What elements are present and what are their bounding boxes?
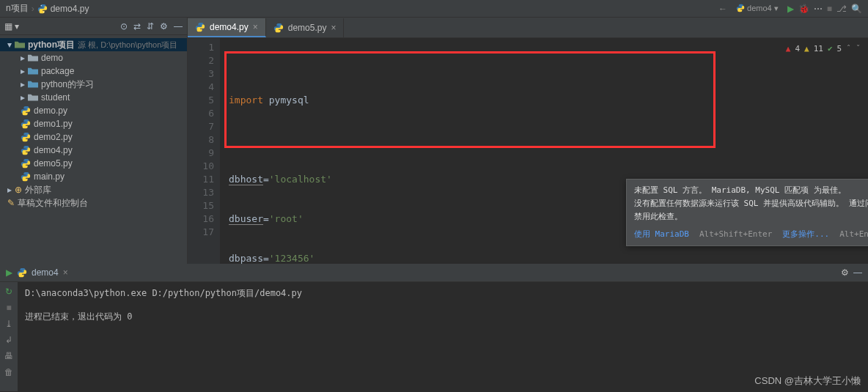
debug-icon[interactable]: 🐞 xyxy=(798,4,809,14)
inspection-popup: ⋮ 未配置 SQL 方言。 MariaDB, MySQL 匹配项 为最佳。 没有… xyxy=(626,179,868,246)
console-exit: 进程已结束，退出代码为 0 xyxy=(25,310,861,323)
breadcrumb-item[interactable]: n项目 xyxy=(6,2,29,15)
rerun-icon[interactable]: ↻ xyxy=(5,286,12,297)
console-output[interactable]: D:\anaconda3\python.exe D:/python/python… xyxy=(18,282,868,391)
print-icon[interactable]: 🖶 xyxy=(4,351,13,361)
editor-tabs: demo4.py×demo5.py× xyxy=(188,18,868,38)
run-toolbar: ↻ ■ ⤓ ↲ 🖶 🗑 xyxy=(0,282,18,391)
tree-root-name: python项目 xyxy=(28,39,75,51)
tree-item[interactable]: ▸ demo xyxy=(0,51,187,64)
expand-icon[interactable]: ⇄ xyxy=(133,21,141,32)
tree-scratches[interactable]: ✎ 草稿文件和控制台 xyxy=(0,196,187,210)
tree-item[interactable]: ▸ package xyxy=(0,64,187,78)
trash-icon[interactable]: 🗑 xyxy=(4,367,13,377)
watermark: CSDN @吉林大学王小懒 xyxy=(754,374,861,388)
tree-item[interactable]: demo1.py xyxy=(0,117,187,130)
run-panel: ↻ ■ ⤓ ↲ 🖶 🗑 D:\anaconda3\python.exe D:/p… xyxy=(0,281,868,391)
tree-item[interactable]: demo4.py xyxy=(0,144,187,157)
sidebar-toolbar: ▦ ▾ ⊙ ⇄ ⇵ ⚙ — xyxy=(0,18,187,35)
tree-external-libs[interactable]: ▸ ⊕ 外部库 xyxy=(0,183,187,196)
editor-tab[interactable]: demo4.py× xyxy=(188,18,266,37)
tree-item[interactable]: ▸ python的学习 xyxy=(0,78,187,91)
breadcrumb-sep: › xyxy=(32,4,34,14)
stop-icon[interactable]: ■ xyxy=(827,4,832,14)
back-icon[interactable]: ← xyxy=(718,4,727,14)
search-icon[interactable]: 🔍 xyxy=(851,4,862,14)
collapse-icon[interactable]: ⇵ xyxy=(147,21,154,32)
soft-wrap-icon[interactable]: ↲ xyxy=(5,335,12,345)
git-icon[interactable]: ⎇ xyxy=(836,4,847,14)
run-tab-label[interactable]: demo4 xyxy=(32,267,59,278)
code-editor[interactable]: 123456789101113151617 ▲4 ▲11 ✔5 ˆ ˇ impo… xyxy=(188,38,868,264)
hint-shortcut-2: Alt+Enter xyxy=(839,228,868,241)
run-hide-icon[interactable]: — xyxy=(853,267,862,278)
editor-area: demo4.py×demo5.py× 123456789101113151617… xyxy=(188,18,868,264)
folder-icon xyxy=(15,40,25,49)
more-run-icon[interactable]: ⋯ xyxy=(814,4,823,14)
breadcrumb: n项目 › demo4.py xyxy=(6,2,89,15)
hint-action-more[interactable]: 更多操作... xyxy=(782,228,829,241)
run-play-icon[interactable]: ▶ xyxy=(6,267,12,278)
run-icon[interactable]: ▶ xyxy=(787,4,794,14)
project-tree[interactable]: ▾ python项目 源 根, D:\python\python项目 ▸ dem… xyxy=(0,35,187,264)
svg-point-0 xyxy=(40,5,41,6)
stop-icon[interactable]: ■ xyxy=(6,303,11,313)
tree-item[interactable]: demo.py xyxy=(0,104,187,117)
tree-root-meta: 源 根, D:\python\python项目 xyxy=(78,40,177,51)
close-icon[interactable]: × xyxy=(253,22,258,32)
line-gutter: 123456789101113151617 xyxy=(188,38,220,264)
hint-message-2: 没有配置任何数据源来运行该 SQL 并提供高级代码辅助。 通过问题菜单 (Alt… xyxy=(634,197,868,223)
hint-action-use-mariadb[interactable]: 使用 MariaDB xyxy=(634,228,689,241)
tree-item[interactable]: demo2.py xyxy=(0,130,187,144)
project-dropdown-icon[interactable]: ▦ ▾ xyxy=(4,21,19,32)
project-sidebar: ▦ ▾ ⊙ ⇄ ⇵ ⚙ — ▾ python项目 源 根, D:\python\… xyxy=(0,18,188,264)
editor-tab[interactable]: demo5.py× xyxy=(266,18,345,37)
hide-icon[interactable]: — xyxy=(174,21,183,32)
svg-point-1 xyxy=(43,11,44,12)
python-icon xyxy=(17,267,27,278)
tree-root[interactable]: ▾ python项目 源 根, D:\python\python项目 xyxy=(0,38,187,51)
select-opened-file-icon[interactable]: ⊙ xyxy=(120,21,128,32)
hint-message-1: 未配置 SQL 方言。 MariaDB, MySQL 匹配项 为最佳。 xyxy=(634,184,868,197)
console-cmd: D:\anaconda3\python.exe D:/python/python… xyxy=(25,286,861,300)
python-icon xyxy=(37,4,48,14)
breadcrumb-file[interactable]: demo4.py xyxy=(51,4,89,14)
run-gear-icon[interactable]: ⚙ xyxy=(841,267,849,278)
scroll-down-icon[interactable]: ⤓ xyxy=(5,319,12,329)
breadcrumb-bar: n项目 › demo4.py ← demo4 ▾ ▶ 🐞 ⋯ ■ ⎇ 🔍 xyxy=(0,0,868,18)
hint-shortcut-1: Alt+Shift+Enter xyxy=(699,228,772,241)
inspection-status[interactable]: ▲4 ▲11 ✔5 ˆ ˇ xyxy=(786,42,861,56)
tree-item[interactable]: demo5.py xyxy=(0,157,187,170)
run-config-dropdown[interactable]: demo4 ▾ xyxy=(732,3,783,14)
tree-item[interactable]: main.py xyxy=(0,170,187,183)
toolbar-right: ← demo4 ▾ ▶ 🐞 ⋯ ■ ⎇ 🔍 xyxy=(718,3,862,14)
close-icon[interactable]: × xyxy=(331,23,336,33)
run-tool-header: ▶ demo4 × ⚙ — xyxy=(0,264,868,281)
tree-item[interactable]: ▸ student xyxy=(0,91,187,104)
gear-icon[interactable]: ⚙ xyxy=(160,21,168,32)
